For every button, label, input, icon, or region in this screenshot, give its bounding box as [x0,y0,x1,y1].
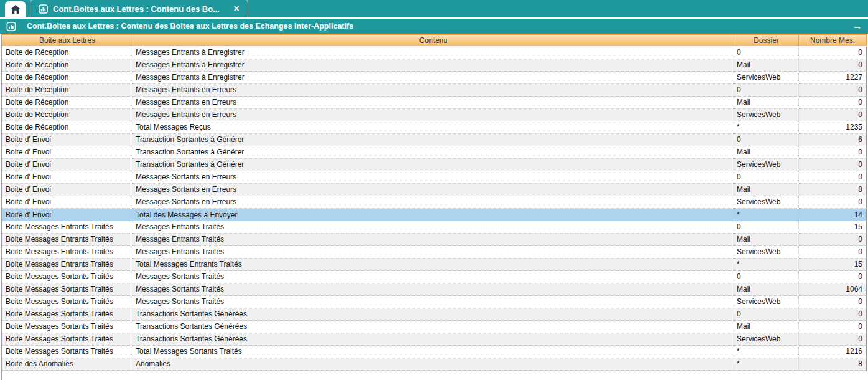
cell-nombre: 15 [799,221,867,233]
cell-dossier: ServicesWeb [734,109,799,121]
cell-nombre: 6 [799,134,867,146]
page-title: Cont.Boites aux Lettres : Contenu des Bo… [27,22,353,31]
cell-contenu: Total Messages Entrants Traités [133,259,734,270]
cell-nombre: 0 [799,246,867,258]
cell-boite: Boite Messages Entrants Traités [2,259,133,270]
cell-boite: Boite de Réception [2,84,133,96]
cell-nombre: 0 [799,146,867,158]
cell-dossier: 0 [734,134,799,146]
tab-label: Cont.Boites aux Lettres : Contenu des Bo… [53,4,220,14]
table-row[interactable]: Boite de RéceptionMessages Entrants à En… [2,59,867,72]
cell-dossier: 0 [734,171,799,183]
cell-boite: Boite d' Envoi [2,159,133,171]
column-header-contenu[interactable]: Contenu [133,35,734,46]
cell-contenu: Messages Sortants en Erreurs [133,184,734,196]
cell-dossier: Mail [734,283,799,295]
cell-nombre: 8 [799,358,867,370]
table-row[interactable]: Boite de RéceptionMessages Entrants en E… [2,97,867,109]
cell-dossier: * [734,358,799,370]
table-row[interactable]: Boite d' EnvoiTransaction Sortantes à Gé… [2,134,867,146]
cell-boite: Boite Messages Entrants Traités [2,221,133,233]
table-row[interactable]: Boite Messages Entrants TraitésTotal Mes… [2,259,867,271]
cell-contenu: Messages Entrants Traités [133,234,734,245]
cell-contenu: Messages Entrants en Erreurs [133,109,734,121]
cell-dossier: ServicesWeb [734,296,799,308]
cell-boite: Boite d' Envoi [2,171,133,183]
cell-boite: Boite Messages Sortants Traités [2,333,133,345]
cell-nombre: 1216 [799,346,867,358]
cell-boite: Boite de Réception [2,47,133,59]
tab-cont-boites[interactable]: Cont.Boites aux Lettres : Contenu des Bo… [30,0,248,17]
cell-contenu: Total Messages Sortants Traités [133,346,734,358]
table-row[interactable]: Boite de RéceptionTotal Messages Reçus*1… [2,121,867,134]
cell-boite: Boite Messages Sortants Traités [2,296,133,308]
table-row[interactable]: Boite de RéceptionMessages Entrants à En… [2,72,867,84]
table-row[interactable]: Boite de RéceptionMessages Entrants en E… [2,84,867,97]
table-row[interactable]: Boite Messages Sortants TraitésTransacti… [2,308,867,321]
bar-chart-icon [6,22,16,31]
cell-contenu: Messages Entrants à Enregistrer [133,47,734,59]
cell-nombre: 0 [799,109,867,121]
cell-boite: Boite de Réception [2,97,133,108]
cell-nombre: 0 [799,234,867,245]
cell-contenu: Messages Entrants en Erreurs [133,97,734,108]
table-row[interactable]: Boite Messages Sortants TraitésMessages … [2,296,867,308]
cell-boite: Boite de Réception [2,121,133,133]
table-row[interactable]: Boite Messages Entrants TraitésMessages … [2,221,867,234]
table-row[interactable]: Boite des AnomaliesAnomalies*8 [2,358,867,371]
cell-dossier: 0 [734,84,799,96]
cell-boite: Boite d' Envoi [2,196,133,208]
cell-dossier: Mail [734,321,799,333]
cell-dossier: ServicesWeb [734,333,799,345]
cell-contenu: Anomalies [133,358,734,370]
table-row[interactable]: Boite de RéceptionMessages Entrants à En… [2,47,867,59]
table-row[interactable]: Boite d' EnvoiMessages Sortants en Erreu… [2,171,867,184]
table-row[interactable]: Boite Messages Sortants TraitésMessages … [2,283,867,296]
table-row[interactable]: Boite Messages Sortants TraitésTransacti… [2,321,867,333]
cell-nombre: 0 [799,84,867,96]
table-row[interactable]: Boite d' EnvoiTransaction Sortantes à Gé… [2,146,867,159]
cell-nombre: 0 [799,333,867,345]
column-header-dossier[interactable]: Dossier [734,35,799,46]
table-row[interactable]: Boite d' EnvoiMessages Sortants en Erreu… [2,184,867,196]
table-row[interactable]: Boite Messages Sortants TraitésMessages … [2,271,867,283]
cell-nombre: 0 [799,159,867,171]
column-header-nombre[interactable]: Nombre Mes. [799,35,867,46]
table-row[interactable]: Boite Messages Entrants TraitésMessages … [2,246,867,259]
cell-contenu: Messages Entrants Traités [133,221,734,233]
table-row[interactable]: Boite Messages Sortants TraitésTotal Mes… [2,346,867,358]
table-row[interactable]: Boite de RéceptionMessages Entrants en E… [2,109,867,121]
close-icon[interactable]: ✕ [233,5,240,12]
cell-nombre: 0 [799,296,867,308]
cell-contenu: Messages Entrants à Enregistrer [133,59,734,71]
title-bar: Cont.Boites aux Lettres : Contenu des Bo… [0,19,868,34]
table-header-row: Boite aux Lettres Contenu Dossier Nombre… [2,34,867,47]
column-header-boite[interactable]: Boite aux Lettres [2,35,133,46]
tab-home[interactable] [5,1,26,17]
cell-boite: Boite de Réception [2,72,133,83]
cell-dossier: 0 [734,308,799,320]
cell-boite: Boite Messages Entrants Traités [2,246,133,258]
tab-bar: Cont.Boites aux Lettres : Contenu des Bo… [0,0,868,19]
cell-contenu: Messages Sortants Traités [133,271,734,283]
cell-dossier: ServicesWeb [734,196,799,208]
cell-nombre: 0 [799,308,867,320]
cell-nombre: 0 [799,47,867,59]
cell-boite: Boite de Réception [2,59,133,71]
cell-dossier: Mail [734,97,799,108]
table-body: Boite de RéceptionMessages Entrants à En… [2,47,867,371]
cell-nombre: 0 [799,97,867,108]
cell-dossier: Mail [734,184,799,196]
table-row[interactable]: Boite d' EnvoiTransaction Sortantes à Gé… [2,159,867,171]
table-row-selected[interactable]: Boite d' EnvoiTotal des Messages à Envoy… [2,209,867,221]
cell-contenu: Total des Messages à Envoyer [133,209,734,221]
table-row[interactable]: Boite Messages Entrants TraitésMessages … [2,234,867,246]
table-row[interactable]: Boite d' EnvoiMessages Sortants en Erreu… [2,196,867,209]
table-row[interactable]: Boite Messages Sortants TraitésTransacti… [2,333,867,346]
cell-boite: Boite de Réception [2,109,133,121]
forward-arrow-icon[interactable]: → [852,21,862,31]
cell-dossier: 0 [734,271,799,283]
cell-nombre: 1227 [799,72,867,83]
cell-nombre: 0 [799,196,867,208]
cell-nombre: 1235 [799,121,867,133]
